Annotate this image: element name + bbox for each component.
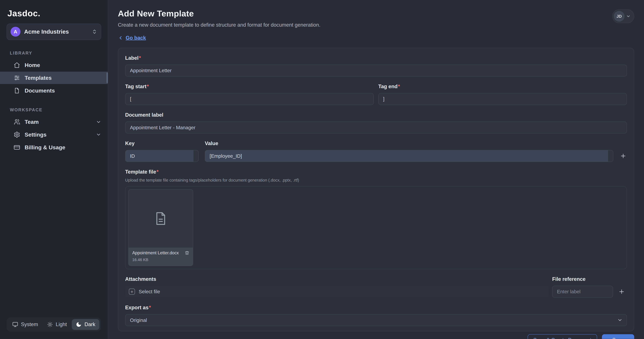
value-input[interactable] — [205, 150, 613, 162]
workspace-avatar: A — [10, 27, 20, 36]
app-logo: Jasdoc. — [8, 8, 100, 18]
field-label-text: Label — [125, 55, 139, 61]
file-name: Appointment Letter.docx — [132, 250, 179, 256]
select-file-button[interactable]: Select file — [125, 286, 549, 297]
label-input[interactable] — [125, 65, 627, 76]
export-as-select[interactable]: Original — [125, 314, 627, 326]
theme-light-button[interactable]: Light — [43, 319, 71, 330]
save-and-create-document-button[interactable]: Save & Create Document — [528, 334, 597, 339]
value-label: Value — [205, 140, 613, 146]
sidebar-item-templates[interactable]: Templates — [0, 72, 108, 84]
app-root: Jasdoc. A Acme Industries LIBRARY Home T… — [0, 0, 644, 339]
theme-dark-label: Dark — [84, 322, 95, 327]
credit-card-icon — [14, 144, 20, 151]
sidebar-item-documents[interactable]: Documents — [0, 84, 108, 97]
sidebar-item-label: Templates — [25, 75, 52, 81]
templates-icon — [14, 74, 20, 81]
library-nav: Home Templates Documents — [0, 59, 108, 97]
field-label-text: Template file — [125, 169, 156, 175]
required-marker: * — [156, 169, 158, 175]
add-attachment-button[interactable] — [616, 288, 627, 295]
tag-start-group: Tag start* — [125, 84, 374, 105]
trash-icon[interactable] — [185, 251, 189, 255]
field-label-text: Document label — [125, 112, 164, 118]
form-actions: Save & Create Document Save — [118, 334, 634, 339]
sidebar-item-label: Team — [25, 119, 39, 125]
export-as-value: Original — [130, 318, 147, 323]
template-file-label: Template file* — [125, 169, 627, 175]
chevron-down-icon — [96, 119, 101, 125]
required-marker: * — [147, 84, 149, 90]
workspace-name: Acme Industries — [24, 28, 88, 35]
page-header-text: Add New Template Create a new document t… — [118, 9, 320, 28]
theme-switcher: System Light Dark — [6, 318, 101, 332]
workspace-selector[interactable]: A Acme Industries — [6, 24, 101, 40]
tag-start-label: Tag start* — [125, 84, 374, 90]
uploaded-file-card: Appointment Letter.docx 16.46 KB — [128, 189, 193, 266]
page-header: Add New Template Create a new document t… — [118, 0, 634, 28]
add-key-value-button[interactable] — [620, 153, 627, 159]
theme-dark-button[interactable]: Dark — [72, 319, 100, 330]
export-as-group: Export as* Original — [125, 305, 627, 326]
file-meta: Appointment Letter.docx 16.46 KB — [128, 248, 193, 266]
tag-end-input[interactable] — [378, 93, 627, 105]
file-size: 16.46 KB — [132, 258, 189, 262]
tag-end-group: Tag end* — [378, 84, 627, 105]
key-label: Key — [125, 140, 199, 146]
attachments-labels: Attachments File reference — [125, 276, 627, 282]
sidebar-item-billing[interactable]: Billing & Usage — [0, 141, 108, 154]
sidebar-item-settings[interactable]: Settings — [0, 128, 108, 141]
key-value-group: Key Value — [125, 140, 627, 162]
key-input[interactable] — [125, 150, 199, 162]
save-button[interactable]: Save — [602, 334, 634, 339]
gear-icon — [14, 131, 20, 138]
add-file-icon — [129, 288, 135, 295]
go-back-link[interactable]: Go back — [118, 35, 146, 41]
page-title: Add New Template — [118, 9, 320, 18]
theme-light-label: Light — [56, 322, 67, 327]
tags-row: Tag start* Tag end* — [125, 84, 627, 105]
plus-icon — [618, 288, 625, 295]
main-content: Add New Template Create a new document t… — [108, 0, 644, 339]
file-reference-label: File reference — [552, 276, 613, 282]
users-icon — [14, 118, 20, 125]
document-label-group: Document label — [125, 112, 627, 134]
key-value-row — [125, 150, 627, 162]
attachments-label: Attachments — [125, 276, 549, 282]
field-label-text: Export as — [125, 305, 148, 310]
label-field-label: Label* — [125, 55, 627, 61]
user-avatar: JD — [614, 11, 624, 22]
sun-icon — [47, 322, 53, 327]
required-marker: * — [149, 305, 151, 310]
theme-system-label: System — [21, 322, 38, 327]
chevrons-up-down-icon — [92, 29, 97, 34]
file-name-row: Appointment Letter.docx — [132, 250, 189, 256]
user-menu[interactable]: JD — [612, 10, 634, 23]
attachments-row: Select file — [125, 286, 627, 298]
document-label-label: Document label — [125, 112, 627, 118]
tag-start-input[interactable] — [125, 93, 374, 105]
sidebar-item-label: Documents — [25, 88, 55, 94]
plus-icon — [620, 153, 626, 159]
page-subtitle: Create a new document template to define… — [118, 22, 320, 28]
field-label-text: Tag end — [378, 84, 398, 90]
file-preview — [128, 190, 193, 248]
required-marker: * — [398, 84, 400, 90]
monitor-icon — [12, 322, 18, 327]
theme-system-button[interactable]: System — [8, 319, 42, 330]
sidebar-item-label: Home — [25, 62, 40, 68]
sidebar-item-team[interactable]: Team — [0, 116, 108, 128]
chevron-left-icon — [118, 35, 123, 40]
sidebar-item-home[interactable]: Home — [0, 59, 108, 71]
template-file-dropzone[interactable]: Appointment Letter.docx 16.46 KB — [125, 186, 627, 269]
template-file-group: Template file* Upload the template file … — [125, 169, 627, 269]
tag-end-label: Tag end* — [378, 84, 627, 90]
chevron-down-icon — [617, 318, 622, 323]
section-label-library: LIBRARY — [10, 50, 101, 56]
document-label-input[interactable] — [125, 122, 627, 134]
sidebar: Jasdoc. A Acme Industries LIBRARY Home T… — [0, 0, 108, 339]
home-icon — [14, 62, 20, 68]
required-marker: * — [139, 55, 141, 61]
file-reference-input[interactable] — [552, 286, 613, 298]
workspace-nav: Team Settings Billing & Usage — [0, 116, 108, 154]
